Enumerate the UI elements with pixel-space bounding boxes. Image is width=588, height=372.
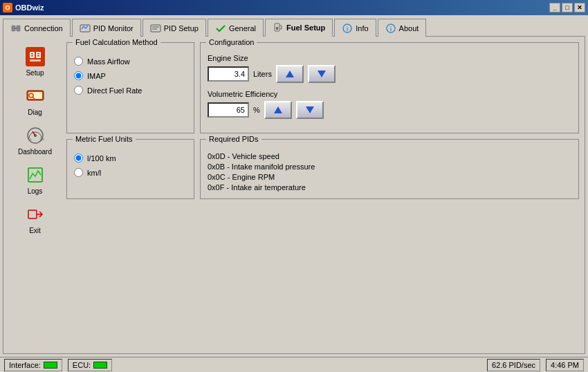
svg-rect-4 <box>151 25 160 32</box>
pid-monitor-tab-icon <box>80 23 91 34</box>
sidebar-item-exit[interactable]: Exit <box>9 200 61 238</box>
svg-rect-8 <box>276 27 278 30</box>
tab-connection-label: Connection <box>24 24 63 32</box>
sidebar-logs-label: Logs <box>28 187 43 195</box>
svg-rect-19 <box>30 59 41 62</box>
general-tab-icon <box>215 23 226 34</box>
tab-info[interactable]: i Info <box>334 19 376 37</box>
svg-marker-34 <box>274 106 282 113</box>
svg-marker-32 <box>286 71 294 77</box>
top-row: Fuel Calculation Method Mass Airflow IMA… <box>66 42 579 133</box>
svg-rect-29 <box>28 168 42 182</box>
svg-rect-18 <box>37 55 39 57</box>
radio-imap-label: IMAP <box>87 72 106 80</box>
tab-about[interactable]: i About <box>378 19 427 37</box>
close-button[interactable]: ✕ <box>574 3 585 12</box>
bottom-row: Metric Fuel Units l/100 km km/l <box>66 139 579 199</box>
title-bar: O OBDwiz _ □ ✕ <box>0 0 588 15</box>
pid-item-2: 0x0C - Engine RPM <box>208 173 571 181</box>
engine-size-down-button[interactable] <box>308 65 336 83</box>
radio-l100km[interactable]: l/100 km <box>74 154 187 162</box>
engine-size-row: Liters <box>208 65 571 83</box>
svg-rect-30 <box>28 210 37 218</box>
radio-kml[interactable]: km/l <box>74 168 187 177</box>
maximize-button[interactable]: □ <box>562 3 573 12</box>
radio-direct-fuel-label: Direct Fuel Rate <box>87 86 142 95</box>
tab-pid-setup[interactable]: PID Setup <box>143 19 206 37</box>
vol-eff-row: % <box>208 101 571 119</box>
radio-direct-fuel[interactable]: Direct Fuel Rate <box>74 86 187 95</box>
tab-general-label: General <box>229 24 256 32</box>
connection-tab-icon <box>10 23 21 34</box>
svg-rect-13 <box>30 52 35 58</box>
svg-rect-16 <box>36 52 41 58</box>
sidebar-item-diag[interactable]: Diag <box>9 82 61 120</box>
ecu-label: ECU: <box>73 361 91 369</box>
engine-size-unit: Liters <box>253 70 272 78</box>
tab-fuel-setup-label: Fuel Setup <box>286 24 325 32</box>
sidebar-item-logs[interactable]: Logs <box>9 160 61 198</box>
tab-connection[interactable]: Connection <box>3 19 71 37</box>
title-bar-controls[interactable]: _ □ ✕ <box>549 3 585 12</box>
engine-size-label: Engine Size <box>208 54 571 62</box>
interface-led <box>44 362 57 369</box>
radio-kml-label: km/l <box>87 169 101 177</box>
sidebar-item-dashboard[interactable]: 0 120 Dashboard <box>9 121 61 159</box>
metric-fuel-title: Metric Fuel Units <box>73 135 136 143</box>
sidebar-exit-label: Exit <box>29 227 41 234</box>
sidebar: Setup Diag <box>9 42 61 348</box>
exit-icon <box>24 203 46 225</box>
vol-eff-up-button[interactable] <box>264 101 292 119</box>
time-value: 4:46 PM <box>551 361 579 369</box>
vol-eff-down-button[interactable] <box>296 101 324 119</box>
pid-item-0: 0x0D - Vehicle speed <box>208 152 571 160</box>
engine-size-up-button[interactable] <box>276 65 304 83</box>
configuration-group: Configuration Engine Size Liters <box>200 42 579 133</box>
pid-rate-display: 62.6 PID/sec <box>487 359 540 371</box>
sidebar-setup-label: Setup <box>26 69 44 77</box>
pid-list: 0x0D - Vehicle speed 0x0B - Intake manif… <box>208 152 571 192</box>
radio-l100km-label: l/100 km <box>87 154 116 162</box>
radio-mass-airflow[interactable]: Mass Airflow <box>74 57 187 66</box>
right-content: Fuel Calculation Method Mass Airflow IMA… <box>66 42 579 348</box>
app-title: OBDwiz <box>15 3 44 12</box>
radio-direct-fuel-input[interactable] <box>74 86 83 95</box>
svg-text:0: 0 <box>30 138 32 141</box>
radio-imap-input[interactable] <box>74 71 83 80</box>
radio-kml-input[interactable] <box>74 168 83 177</box>
tab-general[interactable]: General <box>208 19 264 37</box>
svg-rect-15 <box>31 55 33 57</box>
fuel-calc-group: Fuel Calculation Method Mass Airflow IMA… <box>66 42 194 133</box>
fuel-calc-options: Mass Airflow IMAP Direct Fuel Rate <box>74 57 187 95</box>
sidebar-item-setup[interactable]: Setup <box>9 42 61 80</box>
interface-label: Interface: <box>9 361 41 369</box>
vol-eff-input[interactable] <box>208 102 249 118</box>
pid-setup-tab-icon <box>150 23 161 34</box>
engine-size-input[interactable] <box>208 66 249 82</box>
main-window: Connection PID Monitor PID Setup <box>0 15 588 372</box>
fuel-setup-tab-icon <box>273 22 284 33</box>
fuel-calc-title: Fuel Calculation Method <box>73 38 160 46</box>
setup-icon <box>24 46 46 68</box>
ecu-led <box>93 362 107 369</box>
tab-fuel-setup[interactable]: Fuel Setup <box>265 19 333 37</box>
metric-fuel-options: l/100 km km/l <box>74 154 187 177</box>
metric-fuel-group: Metric Fuel Units l/100 km km/l <box>66 139 194 199</box>
tab-pid-monitor[interactable]: PID Monitor <box>72 19 141 37</box>
svg-point-26 <box>34 134 37 137</box>
svg-rect-0 <box>12 26 15 31</box>
radio-imap[interactable]: IMAP <box>74 71 187 80</box>
radio-l100km-input[interactable] <box>74 154 83 162</box>
minimize-button[interactable]: _ <box>549 3 560 12</box>
required-pids-title: Required PIDs <box>206 135 261 143</box>
pid-item-3: 0x0F - Intake air temperature <box>208 183 571 192</box>
pid-item-1: 0x0B - Intake manifold pressure <box>208 162 571 171</box>
radio-mass-airflow-input[interactable] <box>74 57 83 66</box>
svg-text:i: i <box>347 26 349 32</box>
diag-icon <box>24 85 46 107</box>
required-pids-group: Required PIDs 0x0D - Vehicle speed 0x0B … <box>200 139 579 199</box>
info-tab-icon: i <box>342 23 353 34</box>
tab-pid-setup-label: PID Setup <box>164 24 199 32</box>
svg-text:120: 120 <box>39 138 44 141</box>
time-display: 4:46 PM <box>546 359 584 371</box>
